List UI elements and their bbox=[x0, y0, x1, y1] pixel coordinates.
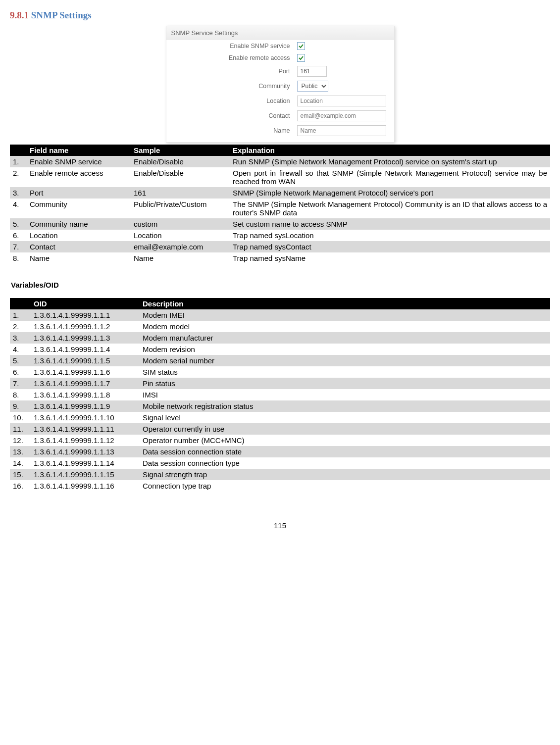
header-sample: Sample bbox=[131, 145, 230, 156]
table-row: 9.1.3.6.1.4.1.99999.1.1.9Mobile network … bbox=[10, 400, 550, 412]
cell-num: 7. bbox=[10, 378, 31, 389]
community-select[interactable]: Public bbox=[297, 81, 328, 92]
cell-explanation: Trap named sysName bbox=[230, 252, 550, 264]
label-contact: Contact bbox=[166, 112, 297, 119]
cell-num: 8. bbox=[10, 252, 27, 264]
cell-desc: Operator number (MCC+MNC) bbox=[140, 435, 550, 446]
table-row: 6.LocationLocationTrap named sysLocation bbox=[10, 230, 550, 241]
panel-title: SNMP Service Settings bbox=[166, 26, 394, 40]
port-input[interactable] bbox=[297, 66, 327, 77]
subheading-variables-oid: Variables/OID bbox=[11, 281, 550, 289]
cell-num: 6. bbox=[10, 366, 31, 378]
table-row: 2.Enable remote accessEnable/DisableOpen… bbox=[10, 167, 550, 187]
cell-desc: Modem revision bbox=[140, 344, 550, 355]
table-row: 6.1.3.6.1.4.1.99999.1.1.6SIM status bbox=[10, 366, 550, 378]
table-row: 3.1.3.6.1.4.1.99999.1.1.3Modem manufactu… bbox=[10, 332, 550, 344]
table-row: 8.1.3.6.1.4.1.99999.1.1.8IMSI bbox=[10, 389, 550, 400]
label-enable-service: Enable SNMP service bbox=[166, 43, 297, 50]
cell-sample: Public/Private/Custom bbox=[131, 199, 230, 218]
cell-desc: SIM status bbox=[140, 366, 550, 378]
cell-num: 13. bbox=[10, 446, 31, 457]
cell-oid: 1.3.6.1.4.1.99999.1.1.5 bbox=[31, 355, 140, 366]
table-row: 5.1.3.6.1.4.1.99999.1.1.5Modem serial nu… bbox=[10, 355, 550, 366]
table-row: 8.NameNameTrap named sysName bbox=[10, 252, 550, 264]
fields-table: Field name Sample Explanation 1.Enable S… bbox=[10, 145, 550, 264]
cell-desc: Modem IMEI bbox=[140, 309, 550, 321]
row-name: Name bbox=[166, 123, 394, 138]
table-row: 13.1.3.6.1.4.1.99999.1.1.13Data session … bbox=[10, 446, 550, 457]
cell-explanation: The SNMP (Simple Network Management Prot… bbox=[230, 199, 550, 218]
cell-desc: Modem serial number bbox=[140, 355, 550, 366]
label-port: Port bbox=[166, 68, 297, 75]
cell-num: 5. bbox=[10, 355, 31, 366]
cell-field: Enable remote access bbox=[27, 167, 131, 187]
cell-num: 3. bbox=[10, 187, 27, 199]
cell-oid: 1.3.6.1.4.1.99999.1.1.12 bbox=[31, 435, 140, 446]
cell-num: 14. bbox=[10, 457, 31, 469]
fields-table-header: Field name Sample Explanation bbox=[10, 145, 550, 156]
cell-num: 5. bbox=[10, 218, 27, 230]
cell-desc: Mobile network registration status bbox=[140, 400, 550, 412]
row-contact: Contact bbox=[166, 108, 394, 123]
cell-explanation: Open port in firewall so that SNMP (Simp… bbox=[230, 167, 550, 187]
cell-desc: Signal level bbox=[140, 412, 550, 423]
cell-explanation: Run SNMP (Simple Network Management Prot… bbox=[230, 156, 550, 167]
cell-num: 10. bbox=[10, 412, 31, 423]
page-number: 115 bbox=[10, 521, 550, 530]
oid-table-header: OID Description bbox=[10, 298, 550, 309]
cell-oid: 1.3.6.1.4.1.99999.1.1.11 bbox=[31, 423, 140, 435]
table-row: 2.1.3.6.1.4.1.99999.1.1.2Modem model bbox=[10, 321, 550, 332]
cell-num: 6. bbox=[10, 230, 27, 241]
cell-sample: 161 bbox=[131, 187, 230, 199]
cell-desc: Operator currently in use bbox=[140, 423, 550, 435]
cell-explanation: SNMP (Simple Network Management Protocol… bbox=[230, 187, 550, 199]
label-location: Location bbox=[166, 98, 297, 104]
row-port: Port bbox=[166, 64, 394, 79]
checkbox-enable-remote[interactable] bbox=[297, 54, 305, 62]
cell-sample: custom bbox=[131, 218, 230, 230]
cell-sample: Name bbox=[131, 252, 230, 264]
row-location: Location bbox=[166, 94, 394, 108]
header-desc: Description bbox=[140, 298, 550, 309]
cell-num: 15. bbox=[10, 469, 31, 480]
table-row: 1.1.3.6.1.4.1.99999.1.1.1Modem IMEI bbox=[10, 309, 550, 321]
snmp-settings-panel: SNMP Service Settings Enable SNMP servic… bbox=[166, 26, 395, 143]
table-row: 3.Port161SNMP (Simple Network Management… bbox=[10, 187, 550, 199]
cell-oid: 1.3.6.1.4.1.99999.1.1.7 bbox=[31, 378, 140, 389]
label-community: Community bbox=[166, 83, 297, 90]
cell-sample: Location bbox=[131, 230, 230, 241]
cell-num: 1. bbox=[10, 309, 31, 321]
cell-oid: 1.3.6.1.4.1.99999.1.1.4 bbox=[31, 344, 140, 355]
check-icon bbox=[298, 55, 304, 61]
label-name: Name bbox=[166, 127, 297, 134]
check-icon bbox=[298, 43, 304, 49]
label-enable-remote: Enable remote access bbox=[166, 54, 297, 61]
name-input[interactable] bbox=[297, 125, 386, 136]
header-oid: OID bbox=[31, 298, 140, 309]
location-input[interactable] bbox=[297, 96, 386, 106]
table-row: 15.1.3.6.1.4.1.99999.1.1.15Signal streng… bbox=[10, 469, 550, 480]
cell-num: 4. bbox=[10, 199, 27, 218]
cell-num: 16. bbox=[10, 480, 31, 492]
cell-desc: Connection type trap bbox=[140, 480, 550, 492]
cell-explanation: Trap named sysContact bbox=[230, 241, 550, 252]
table-row: 11.1.3.6.1.4.1.99999.1.1.11Operator curr… bbox=[10, 423, 550, 435]
contact-input[interactable] bbox=[297, 110, 386, 121]
header-num bbox=[10, 298, 31, 309]
cell-desc: Pin status bbox=[140, 378, 550, 389]
section-number: 9.8.1 bbox=[10, 10, 29, 20]
cell-num: 4. bbox=[10, 344, 31, 355]
cell-field: Enable SNMP service bbox=[27, 156, 131, 167]
table-row: 14.1.3.6.1.4.1.99999.1.1.14Data session … bbox=[10, 457, 550, 469]
cell-oid: 1.3.6.1.4.1.99999.1.1.10 bbox=[31, 412, 140, 423]
header-field: Field name bbox=[27, 145, 131, 156]
cell-oid: 1.3.6.1.4.1.99999.1.1.14 bbox=[31, 457, 140, 469]
cell-num: 3. bbox=[10, 332, 31, 344]
table-row: 4.1.3.6.1.4.1.99999.1.1.4Modem revision bbox=[10, 344, 550, 355]
checkbox-enable-service[interactable] bbox=[297, 42, 305, 50]
cell-sample: Enable/Disable bbox=[131, 156, 230, 167]
header-num bbox=[10, 145, 27, 156]
row-enable-remote: Enable remote access bbox=[166, 52, 394, 64]
section-title: SNMP Settings bbox=[31, 10, 92, 20]
table-row: 7.Contactemail@example.comTrap named sys… bbox=[10, 241, 550, 252]
